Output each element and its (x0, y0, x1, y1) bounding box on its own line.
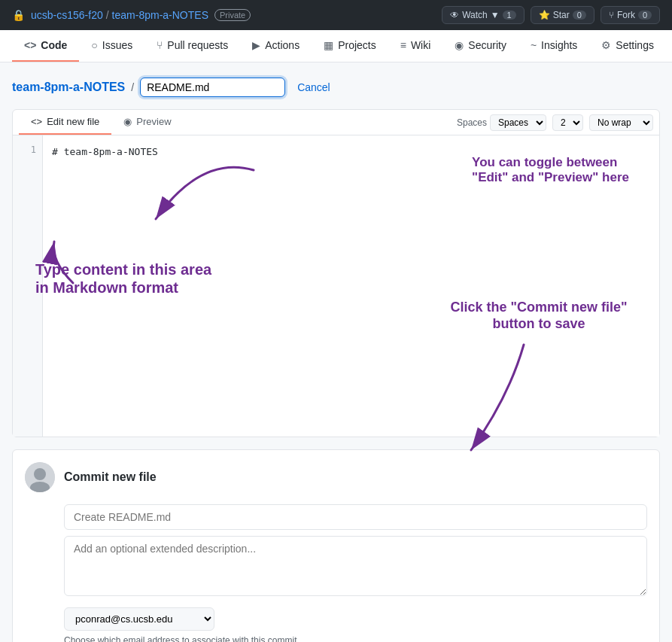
commit-title: Commit new file (64, 470, 157, 484)
code-icon: <> (24, 39, 36, 51)
top-bar: 🔒 ucsb-cs156-f20 / team-8pm-a-NOTES Priv… (0, 0, 672, 30)
star-button[interactable]: ⭐ Star 0 (531, 6, 594, 24)
svg-point-3 (34, 468, 46, 480)
breadcrumb-separator: / (131, 81, 134, 93)
repo-path-area: 🔒 ucsb-cs156-f20 / team-8pm-a-NOTES Priv… (12, 9, 433, 21)
type-annotation-text: Type content in this areain Markdown for… (35, 260, 211, 297)
lock-icon: 🔒 (12, 9, 25, 21)
repo-path: ucsb-cs156-f20 / team-8pm-a-NOTES (31, 9, 208, 21)
fork-count: 0 (638, 11, 652, 20)
edit-tab-label: Edit new file (47, 116, 99, 127)
tab-actions-label: Actions (265, 39, 300, 51)
commit-message-input[interactable] (64, 504, 647, 530)
fork-icon: ⑂ (609, 10, 614, 20)
watch-button[interactable]: 👁 Watch ▼ 1 (442, 6, 525, 24)
tab-insights[interactable]: ~ Insights (518, 30, 589, 62)
security-icon: ◉ (455, 39, 464, 51)
wrap-setting: No wrap Soft wrap (589, 114, 653, 131)
insights-icon: ~ (531, 39, 537, 51)
tab-issues-label: Issues (102, 39, 132, 51)
watch-label: Watch (462, 10, 488, 20)
top-bar-actions: 👁 Watch ▼ 1 ⭐ Star 0 ⑂ Fork 0 (442, 6, 660, 24)
edit-tab-icon: <> (31, 116, 42, 127)
tab-wiki[interactable]: ≡ Wiki (388, 30, 443, 62)
editor-toolbar: <> Edit new file ◉ Preview Spaces Spaces… (13, 110, 659, 135)
wrap-select[interactable]: No wrap Soft wrap (589, 114, 653, 131)
tab-settings-label: Settings (616, 39, 654, 51)
spaces-label: Spaces (457, 117, 487, 128)
watch-count: 1 (503, 11, 516, 20)
preview-tab-icon: ◉ (123, 116, 132, 127)
watch-dropdown-icon: ▼ (491, 10, 500, 20)
breadcrumb-cancel-button[interactable]: Cancel (291, 78, 336, 96)
path-separator: / (106, 9, 109, 21)
tab-actions[interactable]: ▶ Actions (240, 30, 312, 62)
commit-email-hint: Choose which email address to associate … (64, 635, 647, 642)
toggle-annotation-text: You can toggle between"Edit" and "Previe… (472, 155, 629, 186)
commit-email-select[interactable]: pconrad@cs.ucsb.edu (64, 607, 214, 631)
tab-security-label: Security (468, 39, 506, 51)
tab-projects[interactable]: ▦ Projects (312, 30, 388, 62)
org-link[interactable]: ucsb-cs156-f20 (31, 9, 103, 21)
tab-issues[interactable]: ○ Issues (79, 30, 144, 62)
filename-input[interactable] (140, 78, 285, 97)
commit-annotation-text: Click the "Commit new file"button to sav… (426, 300, 652, 332)
preview-tab-label: Preview (136, 116, 171, 127)
commit-form: pconrad@cs.ucsb.edu Choose which email a… (64, 504, 647, 642)
tab-security[interactable]: ◉ Security (442, 30, 518, 62)
projects-icon: ▦ (324, 39, 333, 51)
tab-wiki-label: Wiki (411, 39, 430, 51)
user-avatar (25, 462, 55, 492)
issues-icon: ○ (91, 39, 97, 51)
tab-settings[interactable]: ⚙ Settings (589, 30, 666, 62)
commit-header: Commit new file (25, 462, 647, 492)
indent-setting: 2 4 (552, 114, 583, 131)
tab-insights-label: Insights (541, 39, 577, 51)
star-icon: ⭐ (539, 10, 550, 20)
editor-settings: Spaces Spaces Tabs 2 4 No wrap Soft w (457, 114, 653, 131)
visibility-badge: Private (214, 9, 251, 21)
indent-select[interactable]: 2 4 (552, 114, 583, 131)
tab-code[interactable]: <> Code (12, 30, 79, 62)
nav-tabs: <> Code ○ Issues ⑂ Pull requests ▶ Actio… (0, 30, 672, 62)
wiki-icon: ≡ (400, 39, 406, 51)
eye-icon: 👁 (450, 10, 459, 20)
commit-section: Click the "Commit new file"button to sav… (12, 449, 660, 642)
spaces-select[interactable]: Spaces Tabs (490, 114, 546, 131)
spaces-setting: Spaces Spaces Tabs (457, 114, 546, 131)
commit-email-row: pconrad@cs.ucsb.edu (64, 607, 647, 631)
line-number: 1 (19, 145, 36, 155)
main-content: team-8pm-a-NOTES / Cancel <> Edit new fi… (0, 62, 672, 642)
actions-icon: ▶ (252, 39, 260, 51)
commit-description-textarea[interactable] (64, 536, 647, 596)
breadcrumb-repo-link[interactable]: team-8pm-a-NOTES (12, 81, 125, 94)
tab-code-label: Code (41, 39, 67, 51)
tab-projects-label: Projects (338, 39, 376, 51)
preview-tab[interactable]: ◉ Preview (111, 110, 183, 135)
edit-tab[interactable]: <> Edit new file (19, 110, 111, 135)
star-label: Star (553, 10, 570, 20)
settings-icon: ⚙ (601, 39, 611, 51)
breadcrumb: team-8pm-a-NOTES / Cancel (12, 78, 660, 97)
star-count: 0 (573, 11, 586, 20)
fork-label: Fork (617, 10, 635, 20)
fork-button[interactable]: ⑂ Fork 0 (601, 6, 660, 24)
pull-requests-icon: ⑂ (157, 39, 163, 51)
editor-tabs: <> Edit new file ◉ Preview (19, 110, 184, 135)
tab-pull-requests-label: Pull requests (167, 39, 228, 51)
repo-link[interactable]: team-8pm-a-NOTES (112, 9, 208, 21)
editor-panel: <> Edit new file ◉ Preview Spaces Spaces… (12, 109, 660, 437)
tab-pull-requests[interactable]: ⑂ Pull requests (144, 30, 240, 62)
